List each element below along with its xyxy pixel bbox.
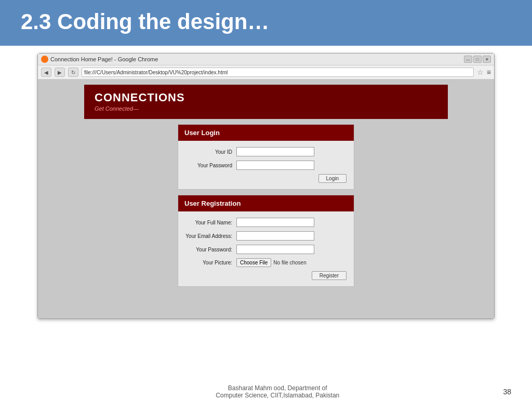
no-file-label: No file chosen <box>273 260 306 265</box>
slide-title: 2.3 Coding the design… <box>21 9 511 34</box>
reg-password-input[interactable] <box>236 245 314 254</box>
footer-credit: Basharat Mahm ood, Department of Compute… <box>52 384 503 399</box>
forward-button[interactable]: ▶ <box>55 68 65 77</box>
page-number: 38 <box>503 388 511 396</box>
id-row: Your ID <box>185 147 347 156</box>
browser-title-text: Connection Home Page! - Google Chrome <box>50 56 158 62</box>
register-form-body: Your Full Name: Your Email Address: Your… <box>178 211 354 286</box>
password-label: Your Password <box>185 163 232 168</box>
email-label: Your Email Address: <box>185 233 232 239</box>
browser-content: CONNECTIONS Get Connected— User Login Yo… <box>38 79 494 318</box>
login-form-body: Your ID Your Password Login <box>178 141 354 189</box>
minimize-button[interactable]: — <box>464 56 472 63</box>
refresh-button[interactable]: ↻ <box>68 68 78 77</box>
register-button[interactable]: Register <box>312 271 347 280</box>
reg-password-row: Your Password: <box>185 245 347 254</box>
slide-header: 2.3 Coding the design… <box>0 0 532 46</box>
login-button[interactable]: Login <box>318 174 347 183</box>
picture-label: Your Picture: <box>185 260 232 265</box>
site-tagline: Get Connected— <box>95 105 437 112</box>
login-form-header: User Login <box>178 125 354 141</box>
register-btn-row: Register <box>185 271 347 280</box>
register-form: User Registration Your Full Name: Your E… <box>178 195 354 287</box>
menu-icon[interactable]: ≡ <box>487 68 491 76</box>
browser-favicon <box>41 56 48 63</box>
login-form: User Login Your ID Your Password <box>178 124 354 190</box>
back-button[interactable]: ◀ <box>41 68 51 77</box>
password-input[interactable] <box>236 161 314 170</box>
address-bar[interactable] <box>82 68 474 77</box>
id-label: Your ID <box>185 149 232 155</box>
browser-window: Connection Home Page! - Google Chrome — … <box>37 53 495 319</box>
choose-file-button[interactable]: Choose File <box>236 258 271 267</box>
star-icon[interactable]: ☆ <box>477 68 484 76</box>
id-input[interactable] <box>236 147 314 156</box>
browser-titlebar: Connection Home Page! - Google Chrome — … <box>38 54 494 65</box>
fullname-row: Your Full Name: <box>185 218 347 227</box>
reg-password-label: Your Password: <box>185 247 232 252</box>
site-header: CONNECTIONS Get Connected— <box>84 85 448 119</box>
site-logo: CONNECTIONS <box>95 91 437 104</box>
file-input-group: Choose File No file chosen <box>236 258 307 267</box>
email-input[interactable] <box>236 231 314 241</box>
slide-footer: Basharat Mahm ood, Department of Compute… <box>0 384 532 399</box>
password-row: Your Password <box>185 161 347 170</box>
email-row: Your Email Address: <box>185 231 347 241</box>
fullname-label: Your Full Name: <box>185 220 232 225</box>
maximize-button[interactable]: □ <box>473 56 482 63</box>
forms-container: User Login Your ID Your Password <box>84 124 448 287</box>
login-btn-row: Login <box>185 174 347 183</box>
register-form-header: User Registration <box>178 195 354 211</box>
fullname-input[interactable] <box>236 218 314 227</box>
picture-row: Your Picture: Choose File No file chosen <box>185 258 347 267</box>
browser-toolbar: ◀ ▶ ↻ ☆ ≡ <box>38 65 494 79</box>
window-controls: — □ ✕ <box>464 56 491 63</box>
close-button[interactable]: ✕ <box>483 56 491 63</box>
